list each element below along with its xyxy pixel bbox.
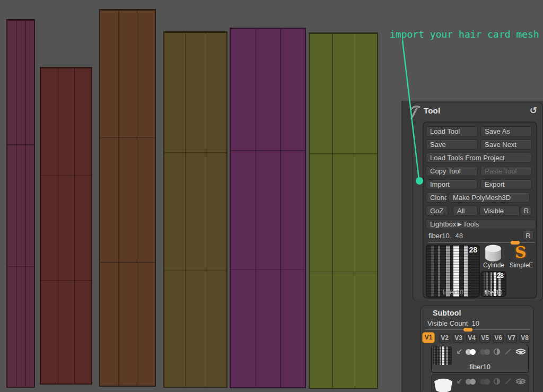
- hair-card-5[interactable]: [230, 28, 306, 388]
- tool-slider-value: 48: [456, 232, 463, 240]
- difference-toggle-icon[interactable]: [493, 378, 501, 385]
- tool-panel-title: Tool: [424, 106, 440, 115]
- tool-item-simplebrush[interactable]: S SimpleE: [507, 244, 535, 269]
- hair-card-4[interactable]: [163, 31, 227, 388]
- visible-count-label: Visible Count 10: [427, 319, 479, 327]
- subtool-panel: Subtool Visible Count 10 V1 V2 V3 V4 V5 …: [421, 306, 534, 392]
- import-button[interactable]: Import: [426, 179, 478, 189]
- current-tool-thumbnail-fiber10[interactable]: 28 fiber10: [426, 245, 480, 298]
- reset-icon[interactable]: ↺: [530, 105, 537, 116]
- subtool-item-label: fiber10: [432, 363, 528, 371]
- save-button[interactable]: Save: [426, 140, 478, 150]
- save-next-button[interactable]: Save Next: [480, 140, 532, 150]
- save-as-button[interactable]: Save As: [480, 126, 532, 136]
- wireframe-line: [41, 175, 91, 176]
- tool-panel: Tool ↺ Load Tool Save As Save Save Next …: [413, 102, 543, 301]
- visible-count-track[interactable]: [425, 329, 530, 330]
- visible-count-value: 10: [472, 319, 479, 327]
- wireframe-line: [310, 272, 377, 273]
- wireframe-line: [118, 11, 119, 386]
- v4-button[interactable]: V4: [466, 334, 477, 343]
- hair-card-1[interactable]: [6, 19, 35, 388]
- wireframe-line: [310, 153, 377, 154]
- wireframe-line: [100, 262, 155, 263]
- goz-button[interactable]: GoZ: [426, 206, 448, 216]
- subtool-item-fiber10[interactable]: fiber10: [431, 345, 529, 373]
- tool-buttons-group: Load Tool Save As Save Save Next Load To…: [423, 121, 537, 299]
- uv-toggle-icon[interactable]: [479, 378, 491, 385]
- make-polymesh3d-button[interactable]: Make PolyMesh3D: [449, 193, 530, 203]
- paint-brush-icon[interactable]: [503, 378, 512, 385]
- wireframe-line: [100, 137, 155, 138]
- wireframe-line: [16, 21, 17, 387]
- visible-button[interactable]: Visible: [479, 206, 520, 216]
- wireframe-line: [74, 68, 75, 384]
- polycount-badge: 28: [469, 246, 477, 254]
- tool-slider-label: fiber10. 48: [428, 232, 463, 240]
- simplebrush-s-icon: S: [515, 243, 527, 262]
- wireframe-line: [206, 33, 207, 387]
- zbrush-window: Tool ↺ Load Tool Save As Save Save Next …: [0, 0, 543, 392]
- polypaint-toggle-icon[interactable]: [465, 349, 477, 355]
- annotation-text: import your hair card mesh: [390, 29, 539, 40]
- load-tool-button[interactable]: Load Tool: [426, 126, 478, 136]
- hair-card-6[interactable]: [309, 32, 378, 389]
- tray-pick-icon[interactable]: [407, 103, 422, 120]
- wireframe-line: [280, 29, 281, 387]
- wireframe-line: [332, 34, 333, 388]
- wireframe-line: [25, 21, 26, 387]
- hair-card-2[interactable]: [40, 67, 92, 385]
- clone-button[interactable]: Clone: [426, 193, 447, 203]
- v3-button[interactable]: V3: [453, 334, 464, 343]
- wireframe-line: [355, 34, 356, 388]
- wireframe-line: [41, 280, 91, 281]
- v5-button[interactable]: V5: [479, 334, 491, 343]
- copy-tool-button[interactable]: Copy Tool: [426, 166, 478, 176]
- lightbox-tools-button[interactable]: Lightbox►Tools: [426, 219, 536, 229]
- paste-tool-button: Paste Tool: [480, 166, 532, 176]
- wireframe-line: [7, 266, 34, 267]
- subtool-thumbnail: [433, 346, 452, 365]
- visible-count-handle[interactable]: [463, 328, 472, 332]
- eye-visibility-icon[interactable]: [514, 348, 527, 355]
- wireframe-line: [185, 33, 186, 387]
- slider-r-button[interactable]: R: [522, 231, 534, 240]
- wireframe-line: [231, 269, 305, 271]
- hair-card-3[interactable]: [99, 9, 156, 387]
- v2-button[interactable]: V2: [439, 334, 450, 343]
- paint-brush-icon[interactable]: [503, 348, 512, 355]
- v6-button[interactable]: V6: [493, 334, 504, 343]
- all-button[interactable]: All: [453, 206, 478, 216]
- hair-card-mesh-thumbnail: [433, 376, 454, 392]
- cylinder-icon: [483, 244, 504, 263]
- list-arrow-icon[interactable]: [455, 349, 462, 355]
- tool-item-fiber10-small[interactable]: 28 fiber10: [480, 271, 506, 297]
- subtool-item-2[interactable]: [431, 374, 529, 392]
- polycount-badge: 28: [497, 272, 504, 280]
- uv-toggle-icon[interactable]: [479, 349, 491, 355]
- goz-r-button[interactable]: R: [521, 206, 532, 216]
- wireframe-line: [137, 11, 138, 386]
- v1-button[interactable]: V1: [422, 332, 435, 343]
- difference-toggle-icon[interactable]: [493, 348, 501, 355]
- v7-button[interactable]: V7: [506, 334, 517, 343]
- polypaint-toggle-icon[interactable]: [465, 378, 477, 385]
- v8-button[interactable]: V8: [519, 334, 530, 343]
- wireframe-line: [256, 29, 257, 387]
- list-arrow-icon[interactable]: [455, 378, 462, 385]
- wireframe-line: [164, 271, 226, 272]
- eye-visibility-icon[interactable]: [514, 378, 527, 385]
- wireframe-line: [164, 152, 226, 153]
- wireframe-line: [58, 68, 59, 384]
- subtool-panel-title: Subtool: [433, 309, 461, 317]
- export-button[interactable]: Export: [480, 179, 532, 189]
- wireframe-line: [7, 144, 34, 145]
- load-tools-from-project-button[interactable]: Load Tools From Project: [426, 153, 532, 163]
- wireframe-line: [231, 150, 305, 151]
- tool-item-cylinder[interactable]: Cylinde: [480, 244, 507, 269]
